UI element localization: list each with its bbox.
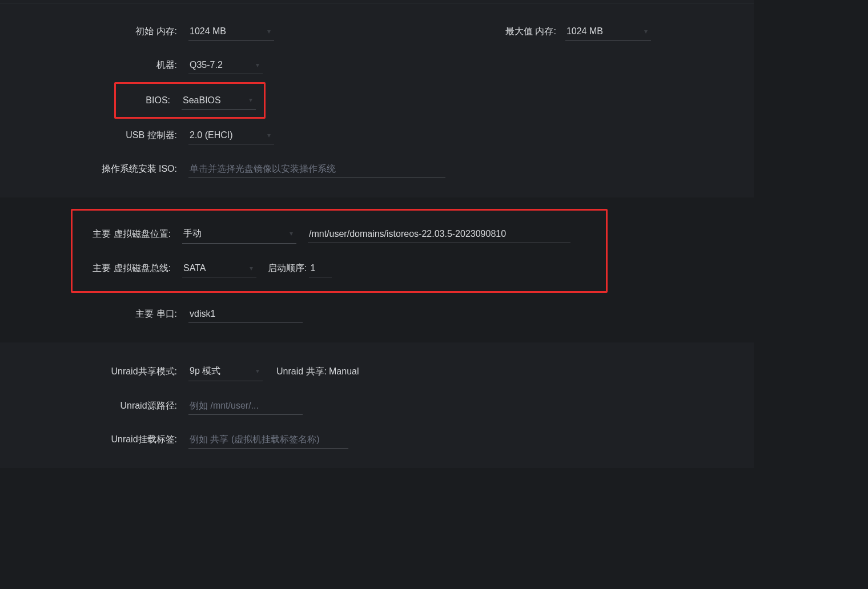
unraid-tag-input[interactable] bbox=[188, 431, 348, 449]
bios-highlight: BIOS: SeaBIOS bbox=[114, 82, 266, 119]
unraid-tag-row: Unraid挂载标签: bbox=[0, 423, 754, 457]
vdisk-bus-row: 主要 虚拟磁盘总线: SATA 启动顺序: bbox=[73, 252, 600, 285]
usb-controller-label: USB 控制器: bbox=[0, 130, 188, 142]
vm-general-section: 初始 内存: 1024 MB 最大值 内存: 1024 MB 机器: Q35-7… bbox=[0, 3, 754, 197]
os-iso-input[interactable] bbox=[188, 160, 445, 178]
unraid-share-inline-value: Manual bbox=[329, 366, 359, 377]
boot-order-input[interactable] bbox=[309, 260, 332, 277]
vdisk-location-row: 主要 虚拟磁盘位置: 手动 bbox=[73, 216, 600, 252]
vdisk-serial-label: 主要 串口: bbox=[0, 308, 188, 320]
unraid-tag-label: Unraid挂载标签: bbox=[0, 434, 188, 446]
max-memory-select[interactable]: 1024 MB bbox=[565, 23, 651, 41]
unraid-share-mode-row: Unraid共享模式: 9p 模式 Unraid 共享: Manual bbox=[0, 354, 754, 389]
vdisk-bus-select[interactable]: SATA bbox=[182, 260, 256, 277]
unraid-source-label: Unraid源路径: bbox=[0, 400, 188, 412]
initial-memory-select[interactable]: 1024 MB bbox=[188, 23, 274, 41]
boot-order-label: 启动顺序: bbox=[268, 263, 307, 275]
usb-controller-row: USB 控制器: 2.0 (EHCI) bbox=[0, 119, 754, 152]
unraid-share-inline-label: Unraid 共享: bbox=[276, 366, 327, 378]
unraid-share-mode-label: Unraid共享模式: bbox=[0, 366, 188, 378]
unraid-share-section: Unraid共享模式: 9p 模式 Unraid 共享: Manual Unra… bbox=[0, 342, 754, 468]
vdisk-serial-input[interactable] bbox=[188, 305, 303, 323]
vdisk-serial-row: 主要 串口: bbox=[0, 297, 754, 331]
vdisk-location-label: 主要 虚拟磁盘位置: bbox=[73, 228, 182, 240]
vdisk-location-mode-select[interactable]: 手动 bbox=[182, 224, 296, 244]
unraid-source-row: Unraid源路径: bbox=[0, 389, 754, 423]
usb-controller-select[interactable]: 2.0 (EHCI) bbox=[188, 127, 274, 144]
vdisk-highlight: 主要 虚拟磁盘位置: 手动 主要 虚拟磁盘总线: SATA 启动顺序: bbox=[71, 209, 608, 293]
os-iso-row: 操作系统安装 ISO: bbox=[0, 152, 754, 186]
machine-label: 机器: bbox=[0, 59, 188, 71]
bios-label: BIOS: bbox=[116, 95, 182, 106]
unraid-source-input[interactable] bbox=[188, 397, 303, 415]
vdisk-bus-label: 主要 虚拟磁盘总线: bbox=[73, 263, 182, 275]
machine-row: 机器: Q35-7.2 bbox=[0, 49, 754, 82]
max-memory-block: 最大值 内存: 1024 MB bbox=[505, 23, 651, 41]
memory-row: 初始 内存: 1024 MB 最大值 内存: 1024 MB bbox=[0, 15, 754, 49]
unraid-share-mode-select[interactable]: 9p 模式 bbox=[188, 362, 263, 381]
bios-row: BIOS: SeaBIOS bbox=[116, 87, 256, 114]
vdisk-location-path-input[interactable] bbox=[308, 225, 570, 243]
os-iso-label: 操作系统安装 ISO: bbox=[0, 163, 188, 175]
bios-select[interactable]: SeaBIOS bbox=[182, 92, 256, 110]
vdisk-section: 主要 虚拟磁盘位置: 手动 主要 虚拟磁盘总线: SATA 启动顺序: bbox=[0, 197, 754, 342]
machine-select[interactable]: Q35-7.2 bbox=[188, 57, 263, 74]
max-memory-label: 最大值 内存: bbox=[505, 26, 556, 38]
initial-memory-label: 初始 内存: bbox=[0, 26, 188, 38]
